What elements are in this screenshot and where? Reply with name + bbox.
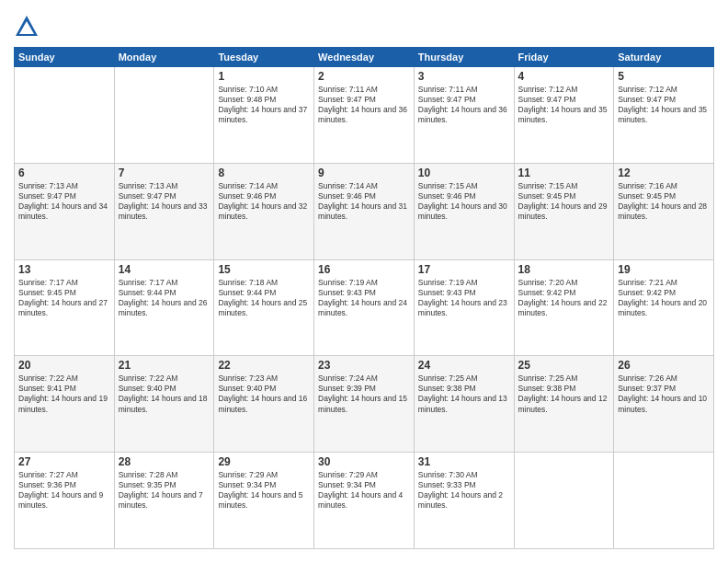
cell-line: Sunset: 9:33 PM (418, 480, 476, 489)
cell-line: Sunset: 9:38 PM (518, 384, 576, 393)
cell-line: Daylight: 14 hours and 19 minutes. (18, 394, 108, 413)
calendar-week-row: 13Sunrise: 7:17 AMSunset: 9:45 PMDayligh… (15, 259, 714, 356)
cell-line: Sunrise: 7:25 AM (518, 373, 578, 383)
logo-icon (14, 14, 40, 40)
day-number: 29 (218, 455, 310, 468)
cell-line: Sunset: 9:45 PM (618, 191, 676, 201)
day-number: 12 (618, 167, 710, 179)
cell-line: Daylight: 14 hours and 2 minutes. (418, 490, 503, 510)
cell-line: Daylight: 14 hours and 16 minutes. (218, 394, 307, 413)
cell-line: Sunset: 9:46 PM (318, 191, 376, 201)
day-number: 7 (119, 167, 210, 179)
day-number: 1 (218, 70, 310, 83)
calendar-cell: 1Sunrise: 7:10 AMSunset: 9:48 PMDaylight… (214, 67, 314, 164)
day-number: 18 (518, 263, 610, 276)
day-number: 14 (119, 263, 210, 276)
cell-line: Daylight: 14 hours and 25 minutes. (218, 298, 307, 317)
page: SundayMondayTuesdayWednesdayThursdayFrid… (0, 0, 728, 563)
calendar-cell: 29Sunrise: 7:29 AMSunset: 9:34 PMDayligh… (214, 453, 314, 549)
cell-line: Daylight: 14 hours and 33 minutes. (119, 201, 208, 221)
cell-line: Sunrise: 7:22 AM (18, 373, 78, 383)
cell-content: Sunrise: 7:19 AMSunset: 9:43 PMDaylight:… (418, 278, 510, 318)
cell-content: Sunrise: 7:11 AMSunset: 9:47 PMDaylight:… (318, 85, 410, 125)
calendar-week-row: 27Sunrise: 7:27 AMSunset: 9:36 PMDayligh… (15, 453, 714, 549)
cell-line: Sunset: 9:47 PM (18, 191, 76, 201)
cell-content: Sunrise: 7:10 AMSunset: 9:48 PMDaylight:… (218, 85, 310, 125)
cell-line: Daylight: 14 hours and 32 minutes. (218, 201, 307, 221)
cell-line: Sunset: 9:44 PM (218, 288, 276, 297)
cell-content: Sunrise: 7:29 AMSunset: 9:34 PMDaylight:… (318, 470, 410, 511)
cell-content: Sunrise: 7:15 AMSunset: 9:45 PMDaylight:… (518, 181, 610, 222)
cell-line: Sunset: 9:41 PM (18, 384, 76, 393)
calendar-day-header: Tuesday (214, 48, 314, 67)
day-number: 13 (18, 263, 110, 276)
logo (14, 14, 43, 40)
cell-line: Sunrise: 7:16 AM (618, 181, 677, 190)
day-number: 5 (618, 70, 710, 83)
cell-line: Daylight: 14 hours and 36 minutes. (418, 105, 507, 124)
calendar-table: SundayMondayTuesdayWednesdayThursdayFrid… (14, 47, 714, 549)
cell-line: Sunset: 9:39 PM (318, 384, 376, 393)
cell-content: Sunrise: 7:17 AMSunset: 9:45 PMDaylight:… (18, 278, 110, 318)
day-number: 6 (18, 167, 110, 179)
cell-content: Sunrise: 7:12 AMSunset: 9:47 PMDaylight:… (618, 85, 710, 125)
cell-content: Sunrise: 7:25 AMSunset: 9:38 PMDaylight:… (418, 373, 510, 414)
calendar-cell (15, 67, 115, 164)
cell-content: Sunrise: 7:13 AMSunset: 9:47 PMDaylight:… (119, 181, 210, 222)
calendar-cell: 10Sunrise: 7:15 AMSunset: 9:46 PMDayligh… (414, 163, 514, 259)
cell-line: Daylight: 14 hours and 22 minutes. (518, 298, 608, 317)
cell-line: Daylight: 14 hours and 20 minutes. (618, 298, 707, 317)
calendar-cell: 8Sunrise: 7:14 AMSunset: 9:46 PMDaylight… (214, 163, 314, 259)
calendar-cell: 11Sunrise: 7:15 AMSunset: 9:45 PMDayligh… (514, 163, 614, 259)
day-number: 30 (318, 455, 410, 468)
cell-line: Sunset: 9:43 PM (418, 288, 476, 297)
calendar-cell: 24Sunrise: 7:25 AMSunset: 9:38 PMDayligh… (414, 356, 514, 453)
calendar-cell: 7Sunrise: 7:13 AMSunset: 9:47 PMDaylight… (114, 163, 214, 259)
calendar-cell: 13Sunrise: 7:17 AMSunset: 9:45 PMDayligh… (15, 259, 115, 356)
cell-line: Sunrise: 7:12 AM (618, 85, 677, 94)
cell-line: Sunrise: 7:24 AM (318, 373, 378, 383)
cell-line: Sunset: 9:35 PM (119, 480, 176, 489)
cell-line: Daylight: 14 hours and 7 minutes. (119, 490, 203, 510)
cell-line: Sunrise: 7:22 AM (119, 373, 178, 383)
calendar-week-row: 1Sunrise: 7:10 AMSunset: 9:48 PMDaylight… (15, 67, 714, 164)
cell-line: Sunset: 9:45 PM (18, 288, 76, 297)
cell-line: Sunset: 9:37 PM (618, 384, 676, 393)
cell-line: Daylight: 14 hours and 24 minutes. (318, 298, 407, 317)
cell-line: Sunrise: 7:19 AM (418, 278, 478, 287)
day-number: 10 (418, 167, 510, 179)
cell-line: Daylight: 14 hours and 12 minutes. (518, 394, 608, 413)
cell-content: Sunrise: 7:19 AMSunset: 9:43 PMDaylight:… (318, 278, 410, 318)
cell-content: Sunrise: 7:24 AMSunset: 9:39 PMDaylight:… (318, 373, 410, 414)
cell-line: Sunset: 9:47 PM (418, 95, 476, 104)
cell-line: Sunrise: 7:28 AM (119, 470, 178, 479)
day-number: 31 (418, 455, 510, 468)
calendar-cell (114, 67, 214, 164)
cell-line: Daylight: 14 hours and 28 minutes. (618, 201, 707, 221)
calendar-cell: 21Sunrise: 7:22 AMSunset: 9:40 PMDayligh… (114, 356, 214, 453)
cell-line: Sunrise: 7:23 AM (218, 373, 278, 383)
day-number: 26 (618, 359, 710, 372)
cell-content: Sunrise: 7:12 AMSunset: 9:47 PMDaylight:… (518, 85, 610, 125)
cell-line: Daylight: 14 hours and 10 minutes. (618, 394, 707, 413)
cell-line: Daylight: 14 hours and 27 minutes. (18, 298, 108, 317)
calendar-cell: 18Sunrise: 7:20 AMSunset: 9:42 PMDayligh… (514, 259, 614, 356)
day-number: 25 (518, 359, 610, 372)
cell-line: Daylight: 14 hours and 34 minutes. (18, 201, 108, 221)
cell-line: Daylight: 14 hours and 35 minutes. (518, 105, 608, 124)
calendar-day-header: Wednesday (314, 48, 415, 67)
cell-content: Sunrise: 7:26 AMSunset: 9:37 PMDaylight:… (618, 373, 710, 414)
cell-line: Sunset: 9:34 PM (218, 480, 276, 489)
calendar-cell: 9Sunrise: 7:14 AMSunset: 9:46 PMDaylight… (314, 163, 415, 259)
cell-line: Sunset: 9:47 PM (119, 191, 176, 201)
cell-line: Sunset: 9:46 PM (418, 191, 476, 201)
cell-content: Sunrise: 7:11 AMSunset: 9:47 PMDaylight:… (418, 85, 510, 125)
calendar-cell: 16Sunrise: 7:19 AMSunset: 9:43 PMDayligh… (314, 259, 415, 356)
day-number: 17 (418, 263, 510, 276)
cell-content: Sunrise: 7:13 AMSunset: 9:47 PMDaylight:… (18, 181, 110, 222)
cell-line: Sunrise: 7:18 AM (218, 278, 278, 287)
calendar-cell (614, 453, 714, 549)
calendar-day-header: Saturday (614, 48, 714, 67)
cell-content: Sunrise: 7:29 AMSunset: 9:34 PMDaylight:… (218, 470, 310, 511)
cell-line: Sunrise: 7:30 AM (418, 470, 478, 479)
